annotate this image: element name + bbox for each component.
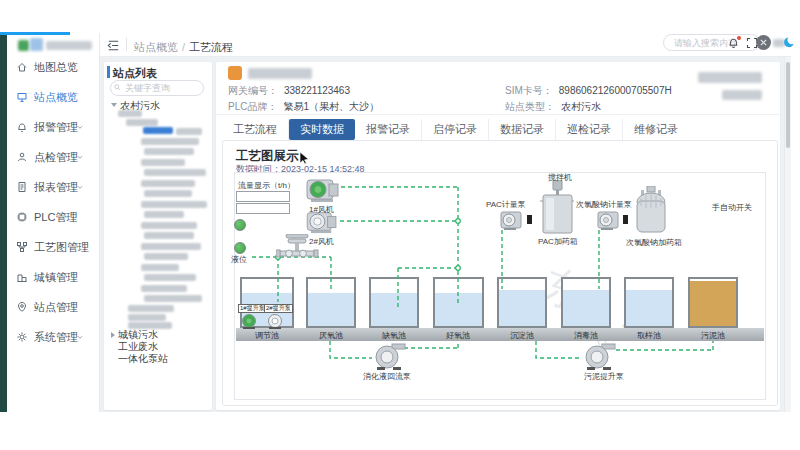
field-value: 8986062126000705507H <box>559 85 672 96</box>
field-value: 农村污水 <box>561 101 601 112</box>
tree-item-redacted[interactable] <box>141 180 195 187</box>
tree-item-redacted[interactable] <box>141 222 197 229</box>
tree-item-redacted[interactable] <box>141 201 207 208</box>
tree-item-redacted[interactable] <box>144 274 196 281</box>
tab-data-records[interactable]: 数据记录 <box>489 119 556 140</box>
tab-repair-records[interactable]: 维修记录 <box>623 119 689 140</box>
tree-item-redacted[interactable] <box>144 295 202 302</box>
tree-item-redacted[interactable] <box>144 232 194 239</box>
tree-item-redacted[interactable] <box>141 243 201 250</box>
sludge-fill <box>690 281 736 326</box>
tree-item-redacted[interactable] <box>126 119 158 126</box>
overview-icon <box>16 91 28 103</box>
tree-node-integrated-pump-station[interactable]: 一体化泵站 <box>118 352 168 366</box>
sidebar-item-map-overview[interactable]: 地图总览 <box>0 52 93 82</box>
chevron-down-icon <box>75 152 85 162</box>
search-icon <box>114 84 121 91</box>
pac-tank-label: PAC加药箱 <box>538 236 578 247</box>
tree-item-redacted[interactable] <box>144 211 184 218</box>
sidebar-item-process-diagram-mgmt[interactable]: 工艺图管理 <box>0 232 93 262</box>
tank-water <box>308 293 354 326</box>
tree-item-redacted[interactable] <box>128 305 174 312</box>
panel-title-accent <box>107 66 110 78</box>
tree-item-redacted[interactable] <box>144 253 188 260</box>
scrollbar-thumb[interactable] <box>786 62 790 148</box>
logo-mark <box>18 40 29 51</box>
tab-inspection-records[interactable]: 巡检记录 <box>556 119 623 140</box>
gear-icon <box>16 331 28 343</box>
tree-node-label: 一体化泵站 <box>118 353 168 364</box>
reflux-pump <box>370 342 408 370</box>
tree-item-redacted[interactable] <box>144 190 192 197</box>
chevron-down-icon <box>75 332 85 342</box>
sidebar-item-plc-mgmt[interactable]: PLC管理 <box>0 202 93 232</box>
sidebar-item-inspection-mgmt[interactable]: 点检管理 <box>0 142 93 172</box>
tree-item-redacted[interactable] <box>141 264 179 271</box>
lift-pump-2 <box>267 313 285 329</box>
sidebar-item-label: 报表管理 <box>34 180 78 195</box>
naclo-tank-label: 次氯酸钠加药箱 <box>626 237 682 248</box>
header-action-redacted-2 <box>722 90 762 100</box>
breadcrumb-parent[interactable]: 站点概览 <box>134 41 178 53</box>
logo-mark-2 <box>30 38 43 51</box>
sidebar-item-report-mgmt[interactable]: 报表管理 <box>0 172 93 202</box>
tree-node-label: 城镇污水 <box>118 329 158 340</box>
mixer-label: 搅拌机 <box>548 172 572 183</box>
sidebar-fold-icon[interactable] <box>106 38 121 53</box>
tab-startstop-records[interactable]: 启停记录 <box>422 119 489 140</box>
breadcrumb-separator: / <box>182 41 185 53</box>
loading-bar <box>0 32 70 35</box>
reflux-pump-label: 消化液回流泵 <box>363 371 411 382</box>
location-pin-icon <box>16 301 28 313</box>
sidebar-item-town-mgmt[interactable]: 城镇管理 <box>0 262 93 292</box>
tree-item-redacted[interactable] <box>144 169 206 176</box>
plc-chip-icon <box>16 211 28 223</box>
moon-theme-icon[interactable] <box>783 36 796 49</box>
chevron-down-icon <box>75 182 85 192</box>
tank-sludge <box>688 277 738 328</box>
tab-alarm-records[interactable]: 报警记录 <box>355 119 422 140</box>
tree-item-redacted[interactable] <box>128 314 166 321</box>
sidebar-item-label: 报警管理 <box>34 120 78 135</box>
tree-item-redacted[interactable] <box>143 127 173 134</box>
report-icon <box>16 181 28 193</box>
app-window: 地图总览 站点概览 报警管理 点检管理 报表管理 PLC管理 工艺图管理 城镇管… <box>0 0 800 450</box>
tree-item-redacted[interactable] <box>144 148 194 155</box>
field-value: 338221123463 <box>284 85 350 96</box>
fan-1-label: 1#风机 <box>309 204 334 215</box>
pac-metering-pump <box>500 209 524 231</box>
breadcrumb: 站点概览/工艺流程 <box>134 40 233 55</box>
sidebar-item-station-overview[interactable]: 站点概览 <box>0 82 93 112</box>
tank-sedimentation <box>497 277 547 328</box>
naclo-metering-pump <box>597 209 621 231</box>
tank-water <box>435 293 482 326</box>
logo-text-redacted <box>46 41 92 50</box>
tree-item-redacted[interactable] <box>141 138 199 145</box>
field-sim-number: SIM卡号：8986062126000705507H <box>505 84 672 98</box>
sludge-pump-label: 污泥提升泵 <box>584 371 624 382</box>
tank-water <box>371 293 417 326</box>
sidebar-item-system-mgmt[interactable]: 系统管理 <box>0 322 93 352</box>
tank-label-sedimentation: 沉淀池 <box>510 330 534 341</box>
sidebar-item-label: 城镇管理 <box>34 270 78 285</box>
station-keyword-search-input[interactable] <box>110 80 204 96</box>
lift-pump-2-label: 2#提升泵 <box>264 304 293 313</box>
tab-realtime-data[interactable]: 实时数据 <box>289 119 355 140</box>
tree-item-redacted[interactable] <box>141 285 187 292</box>
manual-auto-switch-label: 手自动开关 <box>712 202 752 213</box>
tank-label-sludge: 污泥池 <box>701 330 725 341</box>
pump-coupling-2 <box>623 215 628 224</box>
level-label: 液位 <box>231 254 247 265</box>
inspector-icon <box>16 151 28 163</box>
sidebar-item-alarm-mgmt[interactable]: 报警管理 <box>0 112 93 142</box>
caret-down-icon <box>111 103 117 110</box>
tree-item-redacted[interactable] <box>176 128 202 135</box>
tree-item-redacted[interactable] <box>118 110 142 117</box>
field-value: 繁易1（果村、大沙） <box>283 101 379 112</box>
tab-process-flow[interactable]: 工艺流程 <box>222 119 289 140</box>
tree-item-redacted[interactable] <box>141 159 185 166</box>
tank-label-sampling: 取样池 <box>637 330 661 341</box>
sidebar-item-station-mgmt[interactable]: 站点管理 <box>0 292 93 322</box>
sidebar-item-label: 点检管理 <box>34 150 78 165</box>
avatar[interactable] <box>756 35 771 50</box>
